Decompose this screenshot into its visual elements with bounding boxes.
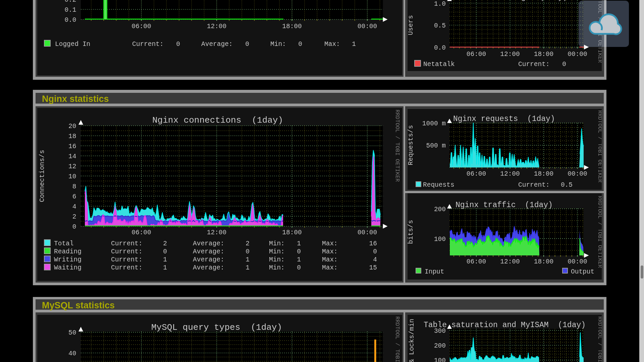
svg-text:Average:: Average:	[193, 240, 224, 247]
svg-text:Min:: Min:	[269, 256, 285, 263]
svg-text:00:00: 00:00	[568, 258, 587, 265]
svg-text:40: 40	[68, 350, 76, 357]
svg-text:8: 8	[72, 183, 76, 190]
svg-text:1.0: 1.0	[434, 0, 446, 8]
svg-text:Netatalk usage (1day): Netatalk usage (1day)	[466, 0, 568, 2]
svg-text:Current:: Current:	[518, 61, 550, 68]
svg-text:18:00: 18:00	[534, 258, 554, 265]
svg-text:RRDTOOL / TOBI OETIKER: RRDTOOL / TOBI OETIKER	[597, 316, 602, 362]
svg-text:100: 100	[434, 357, 446, 362]
svg-text:Users: Users	[408, 15, 415, 35]
svg-text:4: 4	[373, 256, 377, 263]
svg-text:1: 1	[297, 256, 301, 263]
svg-text:Min:: Min:	[269, 248, 285, 255]
svg-text:Reading: Reading	[54, 248, 82, 255]
svg-text:Average:: Average:	[193, 264, 224, 272]
svg-text:10: 10	[68, 173, 76, 180]
svg-text:0: 0	[562, 61, 566, 68]
svg-text:18:00: 18:00	[534, 170, 554, 178]
svg-text:0.5: 0.5	[561, 181, 573, 189]
svg-text:200: 200	[434, 206, 446, 213]
svg-text:12:00: 12:00	[500, 258, 520, 265]
svg-text:Nginx requests (1day): Nginx requests (1day)	[453, 115, 555, 123]
svg-text:1: 1	[163, 256, 167, 263]
svg-text:RRDTOOL / TOBI OETIKER: RRDTOOL / TOBI OETIKER	[394, 110, 400, 182]
svg-text:Current:: Current:	[132, 41, 164, 48]
svg-text:0.2: 0.2	[64, 0, 76, 4]
svg-text:MySQL query types (1day): MySQL query types (1day)	[151, 322, 282, 333]
svg-text:Min:: Min:	[269, 240, 285, 247]
svg-text:Total: Total	[54, 240, 74, 247]
svg-text:1: 1	[246, 264, 250, 272]
svg-text:12:00: 12:00	[500, 170, 520, 178]
svg-text:RRDTOOL / TOBI OETIKER: RRDTOOL / TOBI OETIKER	[597, 196, 602, 268]
svg-text:0: 0	[245, 41, 249, 48]
svg-text:Requests: Requests	[423, 181, 454, 189]
svg-text:Hits & Locks/min: Hits & Locks/min	[408, 319, 416, 362]
svg-text:00:00: 00:00	[568, 51, 587, 58]
svg-text:Writing: Writing	[54, 256, 82, 263]
svg-text:15: 15	[369, 264, 377, 272]
svg-text:Current:: Current:	[111, 240, 143, 247]
svg-text:100: 100	[434, 236, 446, 243]
svg-text:200: 200	[434, 342, 446, 350]
svg-text:RRDTOOL / TOBI OETIKER: RRDTOOL / TOBI OETIKER	[394, 316, 400, 362]
svg-text:0: 0	[297, 248, 301, 255]
svg-text:Max:: Max:	[324, 41, 340, 48]
svg-text:Netatalk: Netatalk	[423, 61, 455, 68]
svg-text:2: 2	[246, 240, 250, 247]
svg-text:1: 1	[246, 256, 250, 263]
svg-text:20: 20	[68, 123, 76, 130]
svg-text:16: 16	[369, 240, 377, 247]
svg-text:18:00: 18:00	[282, 23, 302, 30]
svg-text:0: 0	[163, 248, 167, 255]
svg-text:6: 6	[72, 193, 76, 200]
svg-text:Nginx traffic (1day): Nginx traffic (1day)	[455, 201, 553, 209]
svg-text:Current:: Current:	[111, 264, 143, 272]
svg-text:0: 0	[373, 248, 377, 255]
svg-text:00:00: 00:00	[568, 170, 587, 178]
svg-text:06:00: 06:00	[467, 170, 486, 178]
svg-text:Average:: Average:	[193, 248, 224, 255]
svg-text:1: 1	[163, 264, 167, 272]
svg-text:Waiting: Waiting	[54, 264, 82, 272]
svg-text:16: 16	[68, 143, 76, 150]
svg-text:0: 0	[176, 41, 180, 48]
svg-text:0.0: 0.0	[434, 44, 446, 52]
svg-text:14: 14	[68, 153, 76, 160]
svg-text:4: 4	[72, 203, 76, 210]
svg-text:Connections/s: Connections/s	[38, 150, 46, 202]
svg-text:Min:: Min:	[270, 41, 286, 48]
svg-text:0: 0	[298, 41, 302, 48]
svg-text:bits/s: bits/s	[408, 220, 415, 244]
svg-text:1: 1	[352, 41, 356, 48]
svg-text:Max:: Max:	[322, 240, 338, 247]
svg-text:06:00: 06:00	[467, 51, 486, 58]
svg-text:RRDTOOL / TOBI OETIKER: RRDTOOL / TOBI OETIKER	[597, 110, 602, 183]
svg-text:0.1: 0.1	[64, 6, 76, 14]
svg-text:06:00: 06:00	[131, 229, 151, 236]
svg-text:Min:: Min:	[269, 264, 285, 272]
svg-text:2: 2	[163, 240, 167, 247]
svg-text:0: 0	[246, 248, 250, 255]
svg-text:18:00: 18:00	[282, 229, 302, 236]
svg-text:Requests/s: Requests/s	[408, 125, 415, 165]
svg-text:2: 2	[72, 213, 76, 221]
svg-text:500 m: 500 m	[426, 142, 446, 149]
svg-text:12:00: 12:00	[207, 23, 227, 30]
svg-text:18:00: 18:00	[534, 51, 554, 58]
svg-text:0: 0	[72, 223, 76, 231]
svg-text:18: 18	[68, 133, 76, 140]
svg-text:Logged In: Logged In	[55, 41, 90, 48]
svg-text:0.5: 0.5	[434, 22, 446, 29]
svg-text:Max:: Max:	[322, 248, 338, 255]
svg-text:Current:: Current:	[518, 181, 550, 189]
svg-text:12:00: 12:00	[500, 51, 520, 58]
svg-text:Max:: Max:	[322, 264, 338, 272]
svg-text:Current:: Current:	[111, 248, 143, 255]
svg-text:Output: Output	[571, 268, 594, 276]
svg-text:12:00: 12:00	[207, 229, 227, 236]
svg-text:0: 0	[297, 264, 301, 272]
svg-text:Average:: Average:	[193, 256, 224, 263]
svg-text:Current:: Current:	[111, 256, 143, 263]
